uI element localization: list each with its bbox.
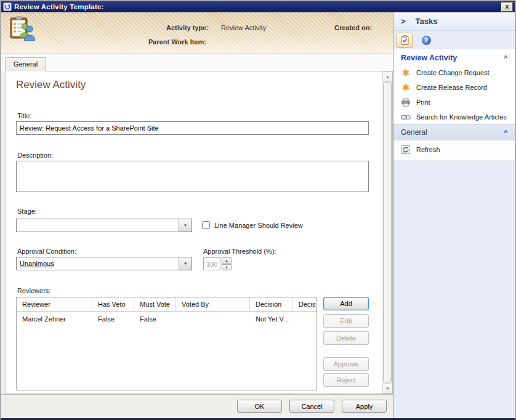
window-title: Review Activity Template: [14, 3, 104, 10]
form-banner: Activity type: Review Activity Created o… [1, 12, 393, 54]
tab-strip: General [1, 54, 393, 71]
task-label: Print [416, 99, 430, 106]
description-input[interactable] [16, 161, 369, 192]
column-header-must-vote[interactable]: Must Vote [134, 297, 176, 311]
tasks-panel-header: > Tasks [393, 12, 515, 31]
task-refresh[interactable]: Refresh [393, 142, 515, 157]
column-header-decision[interactable]: Decision [250, 297, 293, 311]
edit-button[interactable]: Edit [323, 314, 369, 328]
apply-button[interactable]: Apply [342, 400, 387, 413]
tasks-tab[interactable] [397, 33, 413, 48]
stage-label: Stage: [17, 208, 37, 215]
dialog-window: Review Activity Template: X [0, 0, 516, 420]
close-button[interactable]: X [501, 2, 513, 12]
title-label: Title: [17, 112, 31, 119]
column-header-decision-2[interactable]: Decis [293, 297, 317, 311]
task-label: Create Release Record [416, 84, 487, 91]
task-create-release-record[interactable]: ✱ Create Release Record [393, 80, 515, 95]
stage-dropdown[interactable]: ▼ [16, 219, 192, 232]
activity-type-label: Activity type: [166, 24, 209, 31]
panel-expand-icon[interactable]: > [401, 17, 406, 26]
scrollbar-thumb[interactable] [383, 83, 392, 382]
description-label: Description: [17, 151, 53, 159]
refresh-icon [401, 145, 411, 154]
tasks-section-general: Refresh [393, 140, 515, 160]
line-manager-checkbox[interactable] [202, 221, 210, 229]
collapse-section-icon[interactable]: ^ [504, 129, 507, 136]
starburst-icon: ✱ [401, 69, 411, 76]
dialog-footer: OK Cancel Apply [1, 394, 393, 418]
parent-work-item-label: Parent Work Item: [148, 38, 206, 46]
app-icon [3, 2, 12, 11]
approval-condition-dropdown[interactable]: Unanimous ▼ [16, 257, 192, 270]
approval-condition-dropdown-arrow-icon[interactable]: ▼ [179, 257, 191, 270]
task-print[interactable]: Print [393, 95, 515, 110]
clipboard-icon [400, 35, 409, 45]
task-create-change-request[interactable]: ✱ Create Change Request [393, 65, 515, 80]
section-title: Review Activity [401, 54, 457, 62]
cell-has-veto: False [92, 312, 134, 326]
tab-general[interactable]: General [5, 57, 46, 71]
created-on-label: Created on: [334, 24, 372, 31]
line-manager-label: Line Manager Should Review [214, 222, 303, 229]
cell-decision-2 [293, 312, 317, 326]
tasks-tab-strip: ? [393, 31, 515, 49]
spinner-up-icon[interactable]: ▲ [222, 257, 232, 264]
tasks-section-review-activity: Review Activity ^ ✱ Create Change Reques… [393, 49, 515, 124]
cell-voted-by [176, 312, 250, 326]
cell-reviewer: Marcel Zehner [17, 312, 92, 326]
task-search-knowledge-articles[interactable]: Search for Knowledge Articles [393, 110, 515, 124]
table-header-row: Reviewer Has Veto Must Vote Voted By Dec… [17, 297, 316, 312]
review-activity-icon [9, 16, 36, 44]
add-button[interactable]: Add [323, 297, 369, 310]
approval-condition-label: Approval Condition: [17, 248, 76, 255]
activity-type-value: Review Activity [221, 24, 266, 31]
vertical-scrollbar[interactable]: ▲ ▼ [382, 71, 392, 394]
column-header-voted-by[interactable]: Voted By [176, 297, 250, 311]
tasks-section-general-header[interactable]: General ^ [393, 124, 515, 140]
stage-dropdown-arrow-icon[interactable]: ▼ [179, 219, 191, 232]
table-row[interactable]: Marcel Zehner False False Not Yet V... [17, 312, 316, 326]
column-header-has-veto[interactable]: Has Veto [92, 297, 134, 311]
approval-threshold-spinner: ▲ ▼ [203, 257, 232, 270]
tasks-panel-filler [393, 160, 515, 418]
cell-must-vote: False [134, 312, 176, 326]
section-title: General [401, 128, 427, 137]
line-manager-checkbox-row[interactable]: Line Manager Should Review [202, 221, 303, 229]
reviewers-label: Reviewers: [17, 287, 50, 294]
form-content: Review Activity Title: Description: Stag… [6, 71, 393, 394]
tasks-panel-title: Tasks [416, 17, 438, 26]
stage-value [17, 219, 179, 232]
collapse-section-icon[interactable]: ^ [504, 55, 507, 62]
ok-button[interactable]: OK [237, 400, 282, 413]
page-title: Review Activity [16, 79, 86, 91]
spinner-down-icon[interactable]: ▼ [222, 264, 232, 270]
approval-condition-value: Unanimous [17, 257, 179, 270]
task-label: Create Change Request [416, 69, 490, 76]
cancel-button[interactable]: Cancel [289, 400, 334, 413]
link-icon [401, 115, 411, 120]
approval-threshold-label: Approval Threshold (%): [203, 248, 276, 255]
approve-button[interactable]: Approve [323, 357, 369, 371]
approval-threshold-input[interactable] [203, 257, 220, 270]
help-tab[interactable]: ? [418, 33, 434, 48]
column-header-reviewer[interactable]: Reviewer [17, 297, 92, 311]
title-input[interactable] [16, 121, 369, 135]
title-bar[interactable]: Review Activity Template: X [1, 1, 515, 12]
starburst-icon: ✱ [401, 84, 411, 91]
delete-button[interactable]: Delete [323, 331, 369, 345]
task-label: Refresh [416, 146, 440, 153]
cell-decision: Not Yet V... [250, 312, 293, 326]
printer-icon [401, 99, 411, 107]
form-pane: Activity type: Review Activity Created o… [1, 12, 393, 418]
scroll-down-icon[interactable]: ▼ [382, 383, 393, 394]
help-icon: ? [422, 36, 431, 45]
task-label: Search for Knowledge Articles [416, 113, 507, 121]
tasks-panel: > Tasks ? [393, 12, 515, 418]
reviewers-table: Reviewer Has Veto Must Vote Voted By Dec… [16, 297, 317, 390]
scroll-up-icon[interactable]: ▲ [382, 71, 393, 82]
reject-button[interactable]: Reject [323, 373, 369, 387]
